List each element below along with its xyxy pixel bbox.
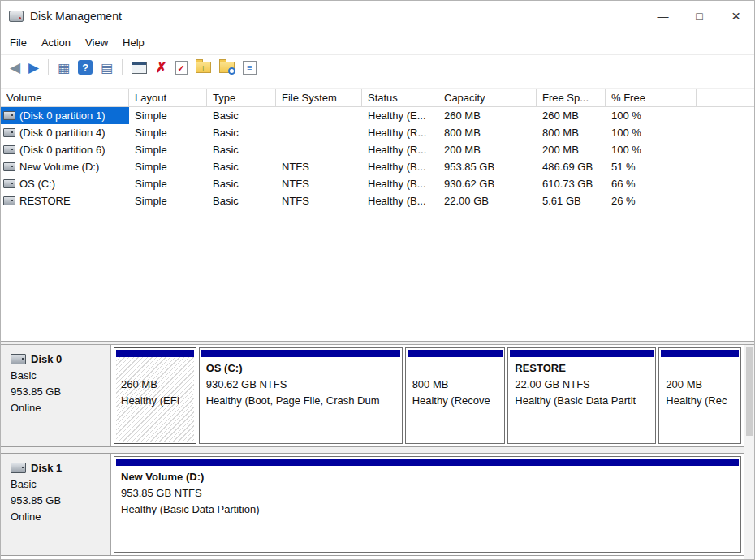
partition-body: RESTORE22.00 GB NTFSHealthy (Basic Data … xyxy=(510,357,654,442)
partition-area: New Volume (D:)953.85 GB NTFSHealthy (Ba… xyxy=(111,454,744,555)
column-header-layout[interactable]: Layout xyxy=(129,89,207,106)
toolbar: ◀▶▦?▤✗✓↑≡ xyxy=(1,55,754,80)
partition-color-bar xyxy=(201,350,400,357)
task-list-icon[interactable]: ≡ xyxy=(243,61,257,75)
close-button[interactable]: × xyxy=(718,1,754,32)
disk-info-panel[interactable]: Disk 1Basic953.85 GBOnline xyxy=(1,454,111,555)
partition-block[interactable]: 260 MBHealthy (EFI xyxy=(114,347,196,444)
partition-color-bar xyxy=(408,350,503,357)
disk-management-window: Disk Management — □ × FileActionViewHelp… xyxy=(0,0,755,560)
window-controls: — □ × xyxy=(645,1,754,32)
partition-body: New Volume (D:)953.85 GB NTFSHealthy (Ba… xyxy=(116,466,739,550)
partition-color-bar xyxy=(510,350,654,357)
table-cell: Healthy (E... xyxy=(362,107,438,124)
column-header-status[interactable]: Status xyxy=(362,89,438,106)
disk-type: Basic xyxy=(11,368,110,384)
partition-block[interactable]: RESTORE22.00 GB NTFSHealthy (Basic Data … xyxy=(507,347,656,444)
menu-item-file[interactable]: File xyxy=(2,34,34,52)
volume-drive-icon xyxy=(3,162,15,171)
help-icon[interactable]: ? xyxy=(78,60,93,75)
menu-item-view[interactable]: View xyxy=(78,34,115,52)
show-action-pane-icon[interactable]: ▤ xyxy=(101,60,113,75)
partition-size: 200 MB xyxy=(666,377,734,393)
check-document-icon[interactable]: ✓ xyxy=(175,61,188,75)
scrollbar-thumb[interactable] xyxy=(746,347,753,436)
volume-row[interactable]: (Disk 0 partition 6)SimpleBasicHealthy (… xyxy=(1,141,754,158)
table-cell: Simple xyxy=(129,107,207,124)
volume-row[interactable]: New Volume (D:)SimpleBasicNTFSHealthy (B… xyxy=(1,158,754,175)
disk-info-panel[interactable]: Disk 0Basic953.85 GBOnline xyxy=(1,345,111,446)
folder-up-icon[interactable]: ↑ xyxy=(196,62,211,73)
partition-status: Healthy (Rec xyxy=(666,393,734,409)
table-cell: Basic xyxy=(207,107,276,124)
column-header-freesp[interactable]: Free Sp... xyxy=(537,89,606,106)
disk-management-app-icon xyxy=(9,11,24,22)
volume-drive-icon xyxy=(3,196,15,205)
table-cell: 486.69 GB xyxy=(537,158,606,175)
volume-row[interactable]: (Disk 0 partition 4)SimpleBasicHealthy (… xyxy=(1,124,754,141)
table-cell: 800 MB xyxy=(438,124,537,141)
column-header-type[interactable]: Type xyxy=(207,89,276,106)
folder-view-icon[interactable] xyxy=(219,62,235,73)
window-title: Disk Management xyxy=(30,10,122,23)
disk-title: Disk 0 xyxy=(11,353,110,365)
table-cell: 51 % xyxy=(606,158,697,175)
table-cell: 26 % xyxy=(606,192,697,209)
table-cell xyxy=(276,124,362,141)
table-cell: Simple xyxy=(129,124,207,141)
partition-name xyxy=(666,360,734,377)
partition-color-bar xyxy=(116,350,194,357)
partition-size: 22.00 GB NTFS xyxy=(515,377,649,393)
volume-row[interactable]: OS (C:)SimpleBasicNTFSHealthy (B...930.6… xyxy=(1,175,754,192)
maximize-button[interactable]: □ xyxy=(681,1,718,32)
table-cell: NTFS xyxy=(276,175,362,192)
volume-name: (Disk 0 partition 6) xyxy=(19,141,105,158)
column-header-free[interactable]: % Free xyxy=(606,89,697,106)
partition-block[interactable]: 800 MBHealthy (Recove xyxy=(405,347,506,444)
volume-name: (Disk 0 partition 4) xyxy=(19,124,105,141)
partition-block[interactable]: OS (C:)930.62 GB NTFSHealthy (Boot, Page… xyxy=(199,347,403,444)
delete-volume-icon[interactable]: ✗ xyxy=(155,59,166,76)
volume-row[interactable]: RESTORESimpleBasicNTFSHealthy (B...22.00… xyxy=(1,192,754,209)
table-cell: 5.61 GB xyxy=(537,192,606,209)
disk-status: Online xyxy=(11,509,110,525)
partition-block[interactable]: New Volume (D:)953.85 GB NTFSHealthy (Ba… xyxy=(114,456,741,553)
partition-body: 200 MBHealthy (Rec xyxy=(661,357,739,442)
table-cell: Healthy (R... xyxy=(362,124,438,141)
volume-drive-icon xyxy=(3,111,15,120)
column-header-capacity[interactable]: Capacity xyxy=(438,89,537,106)
table-cell: 260 MB xyxy=(438,107,537,124)
graphical-view-pane: Disk 0Basic953.85 GBOnline260 MBHealthy … xyxy=(1,345,754,559)
partition-block[interactable]: 200 MBHealthy (Rec xyxy=(658,347,741,444)
column-header-filesystem[interactable]: File System xyxy=(276,89,362,106)
disk-row-disk-0: Disk 0Basic953.85 GBOnline260 MBHealthy … xyxy=(1,345,744,447)
volume-table-body: (Disk 0 partition 1)SimpleBasicHealthy (… xyxy=(1,107,754,209)
menu-item-action[interactable]: Action xyxy=(34,34,78,52)
disk-size: 953.85 GB xyxy=(11,384,110,400)
partition-name: New Volume (D:) xyxy=(121,469,734,485)
table-cell: 22.00 GB xyxy=(438,192,537,209)
table-cell: Healthy (B... xyxy=(362,192,438,209)
partition-body: OS (C:)930.62 GB NTFSHealthy (Boot, Page… xyxy=(201,357,400,442)
forward-icon[interactable]: ▶ xyxy=(28,59,39,76)
back-icon[interactable]: ◀ xyxy=(10,59,20,76)
vertical-scrollbar[interactable] xyxy=(744,345,754,559)
partition-size: 260 MB xyxy=(121,377,189,393)
console-window-icon[interactable] xyxy=(132,62,147,74)
show-console-tree-icon[interactable]: ▦ xyxy=(58,60,70,75)
minimize-button[interactable]: — xyxy=(645,1,681,32)
partition-color-bar xyxy=(661,350,739,357)
partition-size: 800 MB xyxy=(412,377,498,393)
partition-size: 953.85 GB NTFS xyxy=(121,485,734,502)
disk-graph-list: Disk 0Basic953.85 GBOnline260 MBHealthy … xyxy=(1,345,744,559)
volume-cell: (Disk 0 partition 1) xyxy=(1,107,129,124)
volume-row[interactable]: (Disk 0 partition 1)SimpleBasicHealthy (… xyxy=(1,107,754,124)
volume-cell: RESTORE xyxy=(1,192,129,209)
partition-color-bar xyxy=(116,459,739,466)
disk-type: Basic xyxy=(11,476,110,493)
volume-cell: (Disk 0 partition 6) xyxy=(1,141,129,158)
column-header-blank xyxy=(697,89,727,106)
menu-item-help[interactable]: Help xyxy=(115,34,152,52)
table-cell: Simple xyxy=(129,192,207,209)
column-header-volume[interactable]: Volume xyxy=(1,89,129,106)
